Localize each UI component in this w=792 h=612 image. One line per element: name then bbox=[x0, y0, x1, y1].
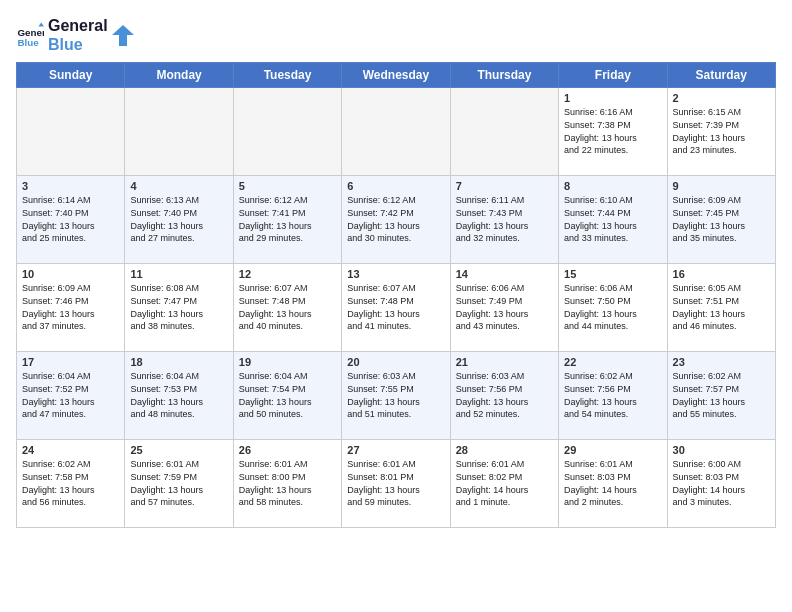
calendar-day-23: 23Sunrise: 6:02 AM Sunset: 7:57 PM Dayli… bbox=[667, 352, 775, 440]
day-info: Sunrise: 6:16 AM Sunset: 7:38 PM Dayligh… bbox=[564, 106, 661, 156]
day-number: 2 bbox=[673, 92, 770, 104]
day-info: Sunrise: 6:01 AM Sunset: 8:03 PM Dayligh… bbox=[564, 458, 661, 508]
svg-marker-3 bbox=[112, 25, 134, 46]
calendar-day-5: 5Sunrise: 6:12 AM Sunset: 7:41 PM Daylig… bbox=[233, 176, 341, 264]
weekday-header-tuesday: Tuesday bbox=[233, 63, 341, 88]
calendar-day-26: 26Sunrise: 6:01 AM Sunset: 8:00 PM Dayli… bbox=[233, 440, 341, 528]
calendar-day-8: 8Sunrise: 6:10 AM Sunset: 7:44 PM Daylig… bbox=[559, 176, 667, 264]
calendar-day-6: 6Sunrise: 6:12 AM Sunset: 7:42 PM Daylig… bbox=[342, 176, 450, 264]
day-number: 17 bbox=[22, 356, 119, 368]
day-info: Sunrise: 6:06 AM Sunset: 7:50 PM Dayligh… bbox=[564, 282, 661, 332]
day-number: 28 bbox=[456, 444, 553, 456]
calendar-day-21: 21Sunrise: 6:03 AM Sunset: 7:56 PM Dayli… bbox=[450, 352, 558, 440]
calendar-day-12: 12Sunrise: 6:07 AM Sunset: 7:48 PM Dayli… bbox=[233, 264, 341, 352]
day-info: Sunrise: 6:04 AM Sunset: 7:52 PM Dayligh… bbox=[22, 370, 119, 420]
calendar-header: SundayMondayTuesdayWednesdayThursdayFrid… bbox=[17, 63, 776, 88]
day-number: 8 bbox=[564, 180, 661, 192]
weekday-header-saturday: Saturday bbox=[667, 63, 775, 88]
day-info: Sunrise: 6:01 AM Sunset: 8:01 PM Dayligh… bbox=[347, 458, 444, 508]
calendar-day-13: 13Sunrise: 6:07 AM Sunset: 7:48 PM Dayli… bbox=[342, 264, 450, 352]
day-number: 29 bbox=[564, 444, 661, 456]
day-info: Sunrise: 6:01 AM Sunset: 8:02 PM Dayligh… bbox=[456, 458, 553, 508]
calendar-day-10: 10Sunrise: 6:09 AM Sunset: 7:46 PM Dayli… bbox=[17, 264, 125, 352]
day-number: 1 bbox=[564, 92, 661, 104]
logo-shape-icon bbox=[112, 24, 134, 46]
day-number: 22 bbox=[564, 356, 661, 368]
calendar-day-28: 28Sunrise: 6:01 AM Sunset: 8:02 PM Dayli… bbox=[450, 440, 558, 528]
calendar-day-9: 9Sunrise: 6:09 AM Sunset: 7:45 PM Daylig… bbox=[667, 176, 775, 264]
calendar-week-row: 17Sunrise: 6:04 AM Sunset: 7:52 PM Dayli… bbox=[17, 352, 776, 440]
day-number: 6 bbox=[347, 180, 444, 192]
day-number: 30 bbox=[673, 444, 770, 456]
day-info: Sunrise: 6:01 AM Sunset: 7:59 PM Dayligh… bbox=[130, 458, 227, 508]
calendar-day-16: 16Sunrise: 6:05 AM Sunset: 7:51 PM Dayli… bbox=[667, 264, 775, 352]
calendar-day-2: 2Sunrise: 6:15 AM Sunset: 7:39 PM Daylig… bbox=[667, 88, 775, 176]
day-number: 19 bbox=[239, 356, 336, 368]
calendar-day-empty bbox=[450, 88, 558, 176]
day-number: 13 bbox=[347, 268, 444, 280]
day-info: Sunrise: 6:05 AM Sunset: 7:51 PM Dayligh… bbox=[673, 282, 770, 332]
day-info: Sunrise: 6:00 AM Sunset: 8:03 PM Dayligh… bbox=[673, 458, 770, 508]
weekday-header-monday: Monday bbox=[125, 63, 233, 88]
day-info: Sunrise: 6:01 AM Sunset: 8:00 PM Dayligh… bbox=[239, 458, 336, 508]
day-info: Sunrise: 6:02 AM Sunset: 7:57 PM Dayligh… bbox=[673, 370, 770, 420]
calendar-week-row: 10Sunrise: 6:09 AM Sunset: 7:46 PM Dayli… bbox=[17, 264, 776, 352]
day-info: Sunrise: 6:04 AM Sunset: 7:54 PM Dayligh… bbox=[239, 370, 336, 420]
day-number: 26 bbox=[239, 444, 336, 456]
day-info: Sunrise: 6:08 AM Sunset: 7:47 PM Dayligh… bbox=[130, 282, 227, 332]
calendar-day-7: 7Sunrise: 6:11 AM Sunset: 7:43 PM Daylig… bbox=[450, 176, 558, 264]
day-number: 14 bbox=[456, 268, 553, 280]
day-number: 20 bbox=[347, 356, 444, 368]
day-number: 24 bbox=[22, 444, 119, 456]
day-number: 7 bbox=[456, 180, 553, 192]
calendar-day-empty bbox=[233, 88, 341, 176]
calendar-day-17: 17Sunrise: 6:04 AM Sunset: 7:52 PM Dayli… bbox=[17, 352, 125, 440]
calendar-day-30: 30Sunrise: 6:00 AM Sunset: 8:03 PM Dayli… bbox=[667, 440, 775, 528]
calendar-day-24: 24Sunrise: 6:02 AM Sunset: 7:58 PM Dayli… bbox=[17, 440, 125, 528]
day-info: Sunrise: 6:02 AM Sunset: 7:58 PM Dayligh… bbox=[22, 458, 119, 508]
calendar-day-15: 15Sunrise: 6:06 AM Sunset: 7:50 PM Dayli… bbox=[559, 264, 667, 352]
calendar-day-4: 4Sunrise: 6:13 AM Sunset: 7:40 PM Daylig… bbox=[125, 176, 233, 264]
calendar-table: SundayMondayTuesdayWednesdayThursdayFrid… bbox=[16, 62, 776, 528]
day-number: 12 bbox=[239, 268, 336, 280]
day-info: Sunrise: 6:14 AM Sunset: 7:40 PM Dayligh… bbox=[22, 194, 119, 244]
weekday-header-sunday: Sunday bbox=[17, 63, 125, 88]
calendar-week-row: 3Sunrise: 6:14 AM Sunset: 7:40 PM Daylig… bbox=[17, 176, 776, 264]
calendar-day-empty bbox=[17, 88, 125, 176]
day-info: Sunrise: 6:12 AM Sunset: 7:41 PM Dayligh… bbox=[239, 194, 336, 244]
weekday-header-wednesday: Wednesday bbox=[342, 63, 450, 88]
day-info: Sunrise: 6:09 AM Sunset: 7:46 PM Dayligh… bbox=[22, 282, 119, 332]
svg-text:Blue: Blue bbox=[17, 37, 39, 48]
calendar-day-11: 11Sunrise: 6:08 AM Sunset: 7:47 PM Dayli… bbox=[125, 264, 233, 352]
calendar-day-19: 19Sunrise: 6:04 AM Sunset: 7:54 PM Dayli… bbox=[233, 352, 341, 440]
calendar-day-25: 25Sunrise: 6:01 AM Sunset: 7:59 PM Dayli… bbox=[125, 440, 233, 528]
svg-marker-2 bbox=[38, 23, 44, 27]
logo: General Blue General Blue bbox=[16, 16, 134, 54]
day-number: 23 bbox=[673, 356, 770, 368]
day-info: Sunrise: 6:03 AM Sunset: 7:55 PM Dayligh… bbox=[347, 370, 444, 420]
day-number: 15 bbox=[564, 268, 661, 280]
day-number: 25 bbox=[130, 444, 227, 456]
calendar-day-14: 14Sunrise: 6:06 AM Sunset: 7:49 PM Dayli… bbox=[450, 264, 558, 352]
day-number: 21 bbox=[456, 356, 553, 368]
day-info: Sunrise: 6:03 AM Sunset: 7:56 PM Dayligh… bbox=[456, 370, 553, 420]
calendar-day-3: 3Sunrise: 6:14 AM Sunset: 7:40 PM Daylig… bbox=[17, 176, 125, 264]
day-info: Sunrise: 6:10 AM Sunset: 7:44 PM Dayligh… bbox=[564, 194, 661, 244]
weekday-header-row: SundayMondayTuesdayWednesdayThursdayFrid… bbox=[17, 63, 776, 88]
calendar-day-empty bbox=[342, 88, 450, 176]
day-info: Sunrise: 6:15 AM Sunset: 7:39 PM Dayligh… bbox=[673, 106, 770, 156]
calendar-day-22: 22Sunrise: 6:02 AM Sunset: 7:56 PM Dayli… bbox=[559, 352, 667, 440]
day-info: Sunrise: 6:12 AM Sunset: 7:42 PM Dayligh… bbox=[347, 194, 444, 244]
page-header: General Blue General Blue bbox=[16, 16, 776, 54]
calendar-day-27: 27Sunrise: 6:01 AM Sunset: 8:01 PM Dayli… bbox=[342, 440, 450, 528]
day-info: Sunrise: 6:07 AM Sunset: 7:48 PM Dayligh… bbox=[347, 282, 444, 332]
day-info: Sunrise: 6:07 AM Sunset: 7:48 PM Dayligh… bbox=[239, 282, 336, 332]
weekday-header-thursday: Thursday bbox=[450, 63, 558, 88]
logo-icon: General Blue bbox=[16, 21, 44, 49]
day-info: Sunrise: 6:06 AM Sunset: 7:49 PM Dayligh… bbox=[456, 282, 553, 332]
day-number: 18 bbox=[130, 356, 227, 368]
day-number: 10 bbox=[22, 268, 119, 280]
day-number: 4 bbox=[130, 180, 227, 192]
day-number: 11 bbox=[130, 268, 227, 280]
day-info: Sunrise: 6:02 AM Sunset: 7:56 PM Dayligh… bbox=[564, 370, 661, 420]
